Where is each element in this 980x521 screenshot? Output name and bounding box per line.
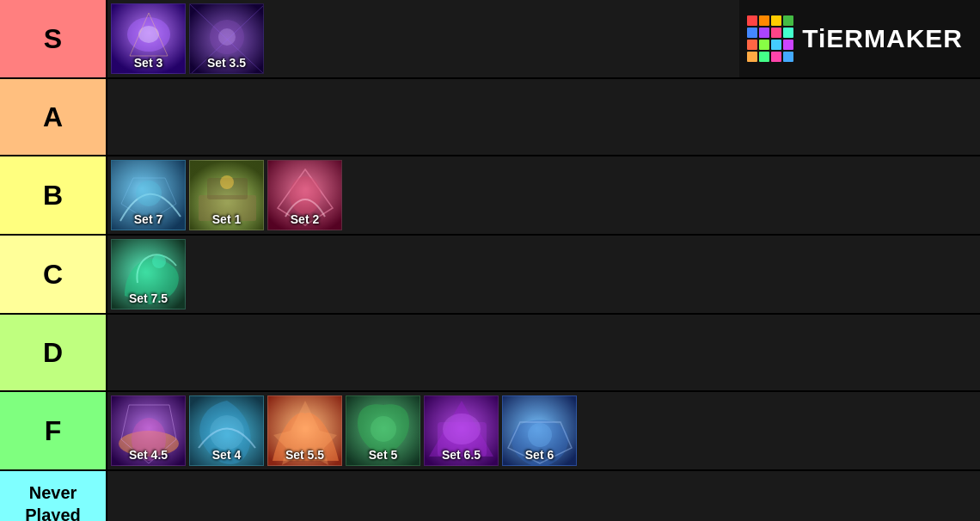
- tiermaker-container: TiERMAKER S: [0, 0, 980, 521]
- svg-point-6: [218, 28, 236, 46]
- logo-cell: [771, 40, 781, 50]
- logo-text: TiERMAKER: [802, 24, 963, 53]
- tier-content-f: Set 4.5: [107, 392, 980, 469]
- svg-point-18: [152, 254, 166, 268]
- never-played-text: NeverPlayed: [25, 481, 80, 521]
- set55-card[interactable]: Set 5.5: [267, 395, 342, 466]
- tier-label-s: S: [0, 0, 107, 77]
- logo-cell: [771, 15, 781, 26]
- tier-content-a: [107, 79, 980, 155]
- tier-content-d: [107, 315, 980, 390]
- logo-cell: [771, 28, 781, 38]
- set7-label: Set 7: [112, 212, 185, 226]
- logo-cell: [747, 52, 757, 62]
- tier-label-c: C: [0, 236, 107, 313]
- svg-point-31: [528, 423, 552, 447]
- svg-point-29: [443, 414, 481, 444]
- logo-cell: [783, 28, 793, 38]
- tier-row-f: F: [0, 392, 980, 471]
- set6-card[interactable]: Set 6: [502, 395, 577, 466]
- set5-card[interactable]: Set 5: [346, 395, 420, 466]
- set55-label: Set 5.5: [268, 448, 341, 462]
- set3-card[interactable]: Set 3: [111, 3, 186, 74]
- logo-cell: [783, 52, 793, 62]
- logo-cell: [747, 15, 757, 26]
- set4-label: Set 4: [190, 448, 263, 462]
- set2-label: Set 2: [268, 212, 341, 226]
- set3-label: Set 3: [112, 56, 185, 70]
- set4-card[interactable]: Set 4: [189, 395, 264, 466]
- set45-card[interactable]: Set 4.5: [111, 395, 186, 466]
- set35-label: Set 3.5: [190, 56, 263, 70]
- set7-card[interactable]: Set 7: [111, 160, 186, 230]
- set35-card[interactable]: Set 3.5: [189, 3, 264, 74]
- logo-cell: [759, 15, 769, 26]
- logo-cell: [759, 28, 769, 38]
- tier-content-b: Set 7: [107, 156, 980, 234]
- tier-label-b: B: [0, 156, 107, 234]
- set65-card[interactable]: Set 6.5: [424, 395, 499, 466]
- logo-cell: [759, 40, 769, 50]
- tier-row-b: B: [0, 156, 980, 236]
- set1-card[interactable]: Set 1: [189, 160, 264, 230]
- logo: TiERMAKER: [747, 15, 963, 62]
- logo-cell: [771, 52, 781, 62]
- tier-label-never: NeverPlayed: [0, 471, 107, 521]
- set75-label: Set 7.5: [112, 291, 185, 305]
- set65-label: Set 6.5: [425, 448, 498, 462]
- svg-point-14: [220, 175, 234, 189]
- logo-grid: [747, 15, 793, 62]
- tier-row-d: D: [0, 315, 980, 392]
- svg-point-10: [136, 181, 162, 206]
- tier-content-c: Set 7.5: [107, 236, 980, 313]
- logo-cell: [759, 52, 769, 62]
- set2-card[interactable]: Set 2: [267, 160, 342, 230]
- set45-label: Set 4.5: [112, 448, 185, 462]
- tier-label-f: F: [0, 392, 107, 469]
- tier-list: S: [0, 0, 980, 521]
- logo-cell: [783, 40, 793, 50]
- set6-label: Set 6: [503, 448, 576, 462]
- tier-label-a: A: [0, 79, 107, 155]
- logo-cell: [783, 15, 793, 26]
- set1-label: Set 1: [190, 212, 263, 226]
- tier-row-c: C: [0, 236, 980, 315]
- tier-label-d: D: [0, 315, 107, 390]
- svg-point-16: [290, 176, 321, 214]
- svg-point-26: [371, 416, 396, 442]
- tier-row-a: A: [0, 79, 980, 156]
- logo-cell: [747, 28, 757, 38]
- logo-cell: [747, 40, 757, 50]
- tier-content-never: [107, 471, 980, 521]
- set5-label: Set 5: [346, 448, 420, 462]
- tier-row-never: NeverPlayed: [0, 471, 980, 521]
- set75-card[interactable]: Set 7.5: [111, 239, 186, 310]
- header: TiERMAKER: [739, 0, 980, 77]
